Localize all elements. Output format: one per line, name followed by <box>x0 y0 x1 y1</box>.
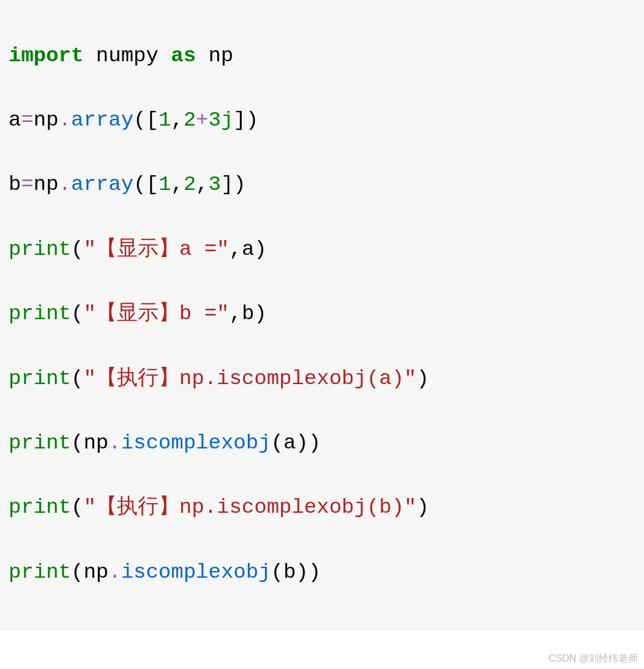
code-line-6: print("【执行】np.iscomplexobj(a)") <box>9 363 635 395</box>
op-dot: . <box>108 561 121 584</box>
paren-close: ) <box>417 496 429 519</box>
code-line-7: print(np.iscomplexobj(a)) <box>9 427 635 459</box>
code-line-8: print("【执行】np.iscomplexobj(b)") <box>9 491 635 524</box>
paren-close: ) <box>254 302 266 325</box>
paren-open: ( <box>71 367 83 390</box>
op-dot: . <box>108 431 121 455</box>
code-line-1: import numpy as np <box>9 40 635 72</box>
str-literal: "【显示】b =" <box>83 302 229 325</box>
num-2: 2 <box>184 173 196 196</box>
num-2: 2 <box>184 108 196 132</box>
watermark: CSDN @刘经纬老师 <box>549 652 638 665</box>
op-dot: . <box>59 173 71 196</box>
np-ref: np <box>34 173 59 196</box>
fn-array: array <box>71 108 133 132</box>
paren-open: ([ <box>133 108 159 132</box>
code-line-2: a=np.array([1,2+3j]) <box>9 104 635 137</box>
paren-close: ]) <box>233 108 258 132</box>
paren-open: ( <box>71 496 83 519</box>
fn-print: print <box>9 496 71 519</box>
op-assign: = <box>21 108 33 132</box>
paren-close-inner: ) <box>296 431 308 455</box>
fn-print: print <box>9 302 71 325</box>
paren-open: ([ <box>133 173 159 196</box>
keyword-import: import <box>9 44 83 67</box>
str-literal: "【显示】a =" <box>83 238 229 261</box>
comma: , <box>229 238 241 261</box>
var-a: a <box>9 108 21 132</box>
paren-open: ( <box>71 431 83 455</box>
np-ref: np <box>83 431 108 455</box>
str-literal: "【执行】np.iscomplexobj(b)" <box>83 496 416 519</box>
fn-iscomplexobj: iscomplexobj <box>121 431 271 455</box>
num-1: 1 <box>159 173 171 196</box>
comma: , <box>171 108 183 132</box>
code-line-4: print("【显示】a =",a) <box>9 233 635 266</box>
fn-print: print <box>9 561 71 584</box>
var-a: a <box>283 431 296 455</box>
paren-close: ) <box>254 238 266 261</box>
num-1: 1 <box>159 108 171 132</box>
paren-open-inner: ( <box>271 431 283 455</box>
comma: , <box>229 302 241 325</box>
fn-print: print <box>9 238 71 261</box>
keyword-as: as <box>171 44 196 67</box>
output-block: 【显示】a = [1.+0.j 2.+3.j] 【显示】b = [1 2 3] … <box>0 630 644 669</box>
code-line-3: b=np.array([1,2,3]) <box>9 168 635 201</box>
paren-close: ) <box>309 561 321 584</box>
var-b: b <box>283 561 296 584</box>
paren-open: ( <box>71 302 83 325</box>
num-3j: 3j <box>209 108 234 132</box>
paren-close: ) <box>417 367 429 390</box>
paren-open: ( <box>71 561 83 584</box>
paren-close-inner: ) <box>296 561 308 584</box>
paren-open: ( <box>71 238 83 261</box>
op-assign: = <box>21 173 33 196</box>
paren-open-inner: ( <box>271 561 283 584</box>
module-numpy: numpy <box>83 44 171 67</box>
fn-iscomplexobj: iscomplexobj <box>121 561 271 584</box>
code-line-9: print(np.iscomplexobj(b)) <box>9 556 635 589</box>
var-b: b <box>9 173 21 196</box>
np-ref: np <box>34 108 59 132</box>
var-b: b <box>242 302 254 325</box>
comma: , <box>196 173 208 196</box>
var-a: a <box>242 238 254 261</box>
paren-close: ) <box>309 431 321 455</box>
code-block: import numpy as np a=np.array([1,2+3j]) … <box>0 0 644 630</box>
comma: , <box>171 173 183 196</box>
str-literal: "【执行】np.iscomplexobj(a)" <box>83 367 416 390</box>
fn-print: print <box>9 431 71 455</box>
paren-close: ]) <box>221 173 246 196</box>
fn-print: print <box>9 367 71 390</box>
fn-array: array <box>71 173 133 196</box>
np-ref: np <box>83 561 108 584</box>
num-3: 3 <box>209 173 221 196</box>
op-plus: + <box>196 108 208 132</box>
op-dot: . <box>59 108 71 132</box>
code-line-5: print("【显示】b =",b) <box>9 298 635 330</box>
alias-np: np <box>196 44 233 67</box>
